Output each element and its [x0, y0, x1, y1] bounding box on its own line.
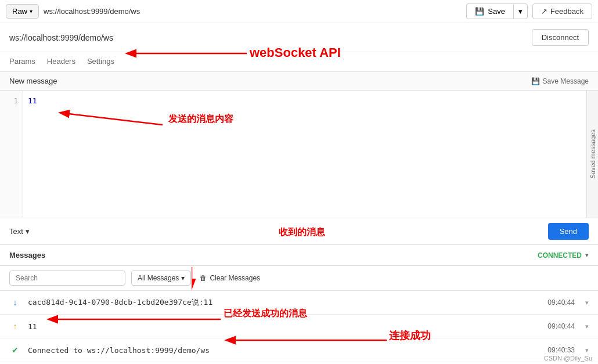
connected-check-icon: ✔: [9, 344, 21, 356]
tabs-bar: Params Headers Settings: [0, 52, 598, 72]
clear-messages-button[interactable]: 🗑 Clear Messages: [197, 271, 263, 285]
feedback-arrow-icon: ↗: [541, 7, 547, 16]
save-dropdown-chevron-icon: ▾: [518, 7, 523, 16]
sent-message-time: 09:40:44: [547, 322, 575, 330]
line-number-1: 1: [0, 95, 23, 107]
disconnect-button[interactable]: Disconnect: [532, 29, 589, 46]
tab-settings[interactable]: Settings: [87, 52, 114, 71]
save-dropdown-button[interactable]: ▾: [513, 3, 528, 19]
received-expand-icon[interactable]: ▾: [585, 299, 589, 307]
message-row-connected: ✔ Connected to ws://localhost:9999/demo/…: [0, 338, 598, 362]
sent-arrow-icon: ↑: [9, 320, 21, 332]
connection-url: ws://localhost:9999/demo/ws: [9, 33, 532, 42]
messages-title: Messages: [9, 251, 45, 260]
clear-label: Clear Messages: [210, 274, 260, 282]
editor-text: 11: [28, 96, 37, 105]
text-format-label: Text: [9, 227, 23, 236]
save-message-icon: 💾: [531, 77, 540, 85]
search-input[interactable]: [9, 271, 125, 286]
connected-badge: CONNECTED: [538, 251, 582, 260]
send-button[interactable]: Send: [548, 223, 589, 240]
received-message-content: cacd814d-9c14-0790-8dcb-1cbd20e397ce说:11: [28, 297, 541, 308]
messages-toolbar: All Messages ▾ 🗑 Clear Messages: [0, 266, 598, 291]
messages-header: Messages CONNECTED ▾: [0, 245, 598, 266]
received-arrow-icon: ↓: [9, 297, 21, 308]
filter-label: All Messages: [138, 274, 179, 282]
text-format-dropdown[interactable]: Text ▾: [9, 227, 30, 236]
trash-icon: 🗑: [200, 274, 207, 282]
line-numbers: 1: [0, 91, 23, 218]
editor-content[interactable]: 11: [23, 91, 598, 218]
raw-chevron-icon: ▾: [30, 8, 33, 15]
connected-message-content: Connected to ws://localhost:9999/demo/ws: [28, 346, 541, 355]
sent-expand-icon[interactable]: ▾: [585, 323, 589, 330]
message-row-sent: ↑ 11 09:40:44 ▾: [0, 315, 598, 338]
tab-headers[interactable]: Headers: [47, 52, 75, 71]
sent-message-content: 11: [28, 322, 541, 331]
connected-message-time: 09:40:33: [547, 346, 575, 354]
filter-chevron-icon: ▾: [181, 274, 185, 282]
save-message-label: Save Message: [543, 77, 589, 85]
filter-dropdown[interactable]: All Messages ▾: [131, 271, 191, 286]
send-label: Send: [560, 227, 577, 236]
message-row-received: ↓ cacd814d-9c14-0790-8dcb-1cbd20e397ce说:…: [0, 291, 598, 315]
topbar-url: ws://localhost:9999/demo/ws: [44, 7, 462, 16]
disconnect-label: Disconnect: [542, 33, 579, 42]
connected-expand-icon[interactable]: ▾: [585, 347, 589, 354]
save-label: Save: [488, 7, 505, 16]
saved-messages-label: Saved messages: [589, 129, 596, 178]
feedback-label: Feedback: [550, 7, 583, 16]
save-icon: 💾: [475, 7, 484, 16]
new-message-label: New message: [9, 77, 57, 85]
watermark: CSDN @Dily_Su: [544, 355, 592, 362]
raw-label: Raw: [12, 7, 27, 16]
received-message-time: 09:40:44: [547, 298, 575, 307]
editor-header: New message 💾 Save Message: [0, 72, 598, 91]
saved-messages-panel[interactable]: Saved messages: [586, 91, 598, 218]
feedback-button[interactable]: ↗ Feedback: [532, 3, 592, 19]
save-message-button[interactable]: 💾 Save Message: [531, 77, 589, 85]
tab-params[interactable]: Params: [9, 52, 35, 71]
editor-footer: Text ▾ Send: [0, 218, 598, 245]
messages-collapse-icon[interactable]: ▾: [585, 251, 589, 259]
save-button[interactable]: 💾 Save: [466, 3, 513, 19]
message-editor-area: 1 11 Saved messages: [0, 91, 598, 218]
messages-section: Messages CONNECTED ▾ All Messages ▾ 🗑 Cl…: [0, 245, 598, 362]
text-format-chevron-icon: ▾: [26, 227, 30, 236]
raw-button[interactable]: Raw ▾: [6, 4, 39, 19]
